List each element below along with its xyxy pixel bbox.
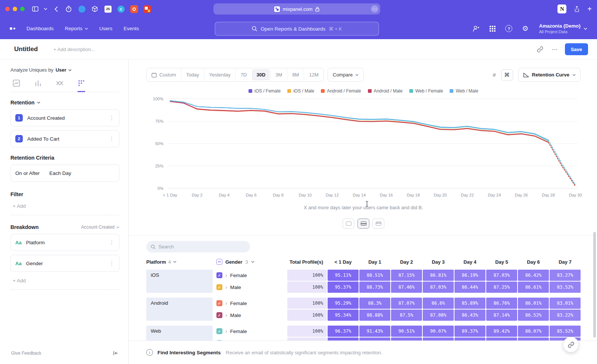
date-range-30d[interactable]: 30D — [252, 69, 269, 80]
legend-item[interactable]: Android / Female — [321, 88, 361, 94]
step-options-icon[interactable]: ⋮ — [109, 114, 115, 121]
give-feedback-link[interactable]: Give Feedback — [11, 351, 41, 356]
retention-value-cell[interactable]: 88.73% — [359, 282, 390, 293]
nav-item-users[interactable]: Users — [99, 26, 112, 31]
expand-row-icon[interactable]: › — [225, 284, 227, 290]
timer-extension-icon[interactable] — [63, 4, 74, 14]
retention-value-cell[interactable]: 87.46% — [391, 282, 422, 293]
breakdown-options-icon[interactable]: ⋮ — [109, 239, 115, 246]
row-checkbox[interactable]: ✓ — [216, 328, 222, 334]
absolute-values-toggle[interactable]: # — [489, 72, 500, 78]
row-checkbox[interactable]: ✓ — [216, 300, 222, 306]
legend-item[interactable]: iOS / Male — [287, 88, 314, 94]
date-range-yesterday[interactable]: Yesterday — [204, 68, 235, 81]
retention-value-cell[interactable]: 86.6% — [423, 298, 454, 309]
retention-value-cell[interactable]: 91.41% — [359, 338, 390, 341]
retention-value-cell[interactable]: 88.3% — [359, 298, 390, 309]
copy-link-icon[interactable] — [535, 44, 545, 54]
retention-value-cell[interactable]: 96.37% — [328, 326, 359, 337]
retention-section-heading[interactable]: Retention — [10, 100, 35, 106]
step-options-icon[interactable]: ⋮ — [109, 135, 115, 142]
more-options-icon[interactable]: ⋯ — [552, 46, 558, 53]
apps-grid-icon[interactable] — [488, 25, 497, 33]
retention-value-cell[interactable]: 88.51% — [359, 270, 390, 281]
retention-value-cell[interactable]: 90.01% — [423, 338, 454, 341]
blue-dot-extension-icon[interactable] — [76, 4, 87, 14]
retention-value-cell[interactable]: 83.27% — [550, 270, 581, 281]
maximize-window-icon[interactable] — [20, 7, 25, 11]
view-chart-only-button[interactable] — [343, 219, 354, 229]
tab-funnels[interactable] — [34, 79, 42, 92]
add-filter-button[interactable]: + Add — [10, 203, 119, 215]
retention-value-cell[interactable]: 85.52% — [550, 326, 581, 337]
retention-value-cell[interactable]: 83.01% — [550, 298, 581, 309]
retention-value-cell[interactable]: 86.81% — [423, 270, 454, 281]
chart-type-dropdown[interactable]: Retention Curve — [518, 68, 581, 82]
date-range-7d[interactable]: 7D — [235, 68, 252, 81]
breakdown-item-platform[interactable]: AaPlatform⋮ — [10, 234, 119, 251]
series-line[interactable] — [548, 140, 575, 185]
retention-value-cell[interactable]: 88.1% — [518, 338, 549, 341]
retention-value-cell[interactable]: 91.43% — [359, 326, 390, 337]
nav-item-dashboards[interactable]: Dashboards — [26, 26, 54, 31]
retention-value-cell[interactable]: 95.34% — [328, 310, 359, 321]
data-management-icon[interactable] — [472, 25, 480, 33]
package-extension-icon[interactable] — [90, 4, 100, 14]
retention-value-cell[interactable]: 86.42% — [518, 270, 549, 281]
legend-item[interactable]: Web / Male — [450, 88, 478, 94]
tab-insights[interactable] — [13, 79, 20, 92]
expand-row-icon[interactable]: › — [225, 272, 227, 278]
report-title[interactable]: Untitled — [14, 46, 38, 53]
table-search-input[interactable] — [159, 244, 246, 250]
js-extension-icon[interactable]: JS — [103, 4, 113, 14]
retention-value-cell[interactable]: 90.54% — [391, 338, 422, 341]
retention-value-cell[interactable]: 89.37% — [454, 326, 485, 337]
retention-value-cell[interactable]: 86.43% — [454, 310, 485, 321]
retention-value-cell[interactable]: 87.25% — [486, 282, 517, 293]
retention-value-cell[interactable]: 90.51% — [391, 326, 422, 337]
browser-sidebar-icon[interactable] — [30, 4, 40, 14]
address-bar[interactable]: mixpanel.com ⋯ — [213, 3, 380, 15]
help-icon[interactable]: ? — [505, 25, 513, 33]
compare-button[interactable]: Compare — [328, 68, 364, 82]
gender-column-header[interactable]: Gender 3 — [216, 259, 287, 265]
orange-extension-icon[interactable] — [129, 4, 139, 14]
save-button[interactable]: Save — [565, 43, 588, 55]
retention-value-cell[interactable]: 88.88% — [359, 310, 390, 321]
breakdown-scope-dropdown[interactable]: Account Created — [81, 225, 119, 230]
date-range-custom[interactable]: Custom — [147, 68, 181, 81]
retention-value-cell[interactable]: 83.22% — [550, 310, 581, 321]
vertical-scrollbar[interactable] — [593, 232, 596, 338]
red-extension-icon[interactable] — [142, 4, 152, 14]
mixpanel-logo[interactable] — [10, 27, 15, 30]
criteria-operator-dropdown[interactable]: On or After — [15, 170, 40, 176]
retention-value-cell[interactable]: 89.42% — [486, 326, 517, 337]
retention-value-cell[interactable]: 86.52% — [518, 310, 549, 321]
add-breakdown-button[interactable]: + Add — [10, 278, 119, 290]
expand-row-icon[interactable]: › — [225, 340, 227, 341]
legend-item[interactable]: Android / Male — [368, 88, 403, 94]
retention-value-cell[interactable]: 87.15% — [391, 270, 422, 281]
date-range-today[interactable]: Today — [181, 68, 204, 81]
retention-value-cell[interactable]: 87.07% — [391, 298, 422, 309]
share-link-button[interactable] — [563, 337, 579, 352]
retention-value-cell[interactable]: 86.19% — [454, 270, 485, 281]
close-window-icon[interactable] — [5, 7, 10, 11]
retention-value-cell[interactable]: 83.52% — [550, 282, 581, 293]
share-icon[interactable] — [572, 4, 582, 14]
settings-gear-icon[interactable]: ⚙ — [521, 25, 529, 33]
series-line[interactable] — [170, 101, 548, 140]
breakdown-options-icon[interactable]: ⋮ — [109, 260, 115, 267]
retention-value-cell[interactable]: 96.34% — [328, 338, 359, 341]
row-checkbox[interactable]: ✓ — [216, 340, 222, 341]
retention-value-cell[interactable]: 89.48% — [486, 338, 517, 341]
retention-value-cell[interactable]: 95.29% — [328, 298, 359, 309]
tab-retention[interactable] — [78, 79, 85, 92]
minimize-window-icon[interactable] — [13, 7, 17, 11]
legend-item[interactable]: iOS / Female — [249, 88, 281, 94]
collapse-sidebar-icon[interactable] — [113, 350, 119, 356]
retention-value-cell[interactable]: 95.37% — [328, 282, 359, 293]
retention-value-cell[interactable]: 87.14% — [486, 310, 517, 321]
retention-value-cell[interactable]: 87.03% — [423, 282, 454, 293]
legend-item[interactable]: Web / Female — [409, 88, 443, 94]
